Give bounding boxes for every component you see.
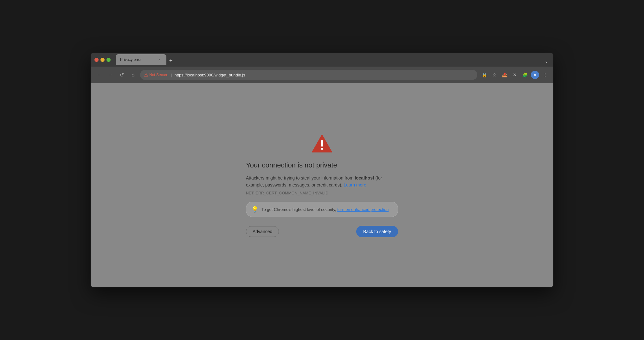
tab-close-button[interactable]: ×	[157, 57, 162, 62]
profile-button[interactable]: A	[531, 70, 539, 79]
reload-button[interactable]: ↺	[117, 70, 126, 79]
svg-rect-0	[146, 75, 146, 75]
maximize-window-button[interactable]	[106, 58, 111, 62]
active-tab[interactable]: Privacy error ×	[116, 54, 166, 65]
error-description: Attackers might be trying to steal your …	[246, 174, 398, 189]
new-tab-button[interactable]: +	[166, 56, 175, 65]
error-code: NET::ERR_CERT_COMMON_NAME_INVALID	[246, 191, 328, 195]
tab-title: Privacy error	[120, 57, 154, 62]
security-hint: 💡 To get Chrome's highest level of secur…	[246, 202, 398, 217]
browser-window: Privacy error × + ⌄ ← → ↺ ⌂ Not Secure |…	[91, 53, 553, 287]
bulb-icon: 💡	[251, 206, 258, 213]
enhanced-protection-link[interactable]: turn on enhanced protection	[337, 207, 389, 212]
error-icon-wrapper	[246, 133, 398, 154]
send-tab-button[interactable]: 📤	[500, 70, 509, 79]
window-control[interactable]: ⌄	[543, 57, 550, 65]
tab-bar: Privacy error × + ⌄	[116, 54, 550, 65]
advanced-button[interactable]: Advanced	[246, 226, 279, 237]
not-secure-badge: Not Secure	[144, 73, 168, 77]
error-site: localhost	[355, 175, 374, 180]
page-content: Your connection is not private Attackers…	[91, 83, 553, 287]
bookmark-button[interactable]: ☆	[490, 70, 499, 79]
home-button[interactable]: ⌂	[129, 70, 138, 79]
hint-text-prefix: To get Chrome's highest level of securit…	[261, 207, 337, 212]
lock-icon[interactable]: 🔒	[480, 70, 489, 79]
url-text: https://localhost:9000/widget_bundle.js	[174, 73, 245, 77]
back-button[interactable]: ←	[94, 70, 103, 79]
close-window-button[interactable]	[94, 58, 99, 62]
back-to-safety-button[interactable]: Back to safety	[356, 226, 398, 237]
error-actions: Advanced Back to safety	[246, 226, 398, 237]
svg-rect-1	[146, 76, 146, 76]
learn-more-link[interactable]: Learn more	[344, 182, 366, 187]
extensions-button[interactable]: 🧩	[520, 70, 529, 79]
hint-text: To get Chrome's highest level of securit…	[261, 207, 389, 212]
error-container: Your connection is not private Attackers…	[246, 133, 398, 238]
address-bar: ← → ↺ ⌂ Not Secure | https://localhost:9…	[91, 67, 553, 83]
traffic-lights	[94, 58, 111, 62]
error-description-prefix: Attackers might be trying to steal your …	[246, 175, 355, 180]
address-bar-actions: 🔒 ☆ 📤 ✕ 🧩 A ⋮	[480, 70, 550, 79]
avatar: A	[531, 71, 539, 79]
error-warning-icon	[311, 133, 333, 154]
svg-rect-2	[321, 140, 323, 147]
not-secure-label: Not Secure	[149, 73, 168, 77]
title-bar: Privacy error × + ⌄	[91, 53, 553, 67]
warning-small-icon	[144, 73, 148, 77]
error-title: Your connection is not private	[246, 161, 337, 169]
menu-button[interactable]: ⋮	[541, 70, 550, 79]
svg-rect-3	[321, 148, 323, 150]
close-tab-button[interactable]: ✕	[510, 70, 519, 79]
url-bar[interactable]: Not Secure | https://localhost:9000/widg…	[140, 70, 477, 80]
forward-button[interactable]: →	[106, 70, 115, 79]
minimize-window-button[interactable]	[100, 58, 105, 62]
url-separator: |	[171, 73, 172, 77]
